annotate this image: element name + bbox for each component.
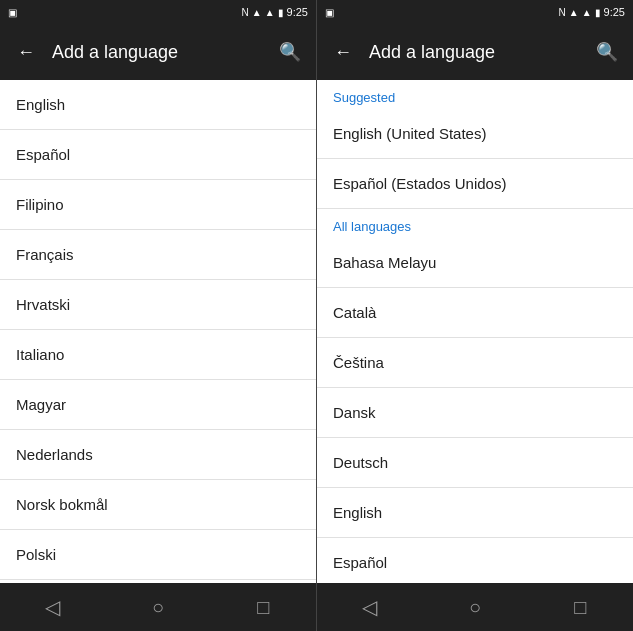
home-nav-right[interactable]: ○ bbox=[451, 583, 499, 631]
all-languages-label: All languages bbox=[317, 209, 633, 238]
wifi-icon: ▲ bbox=[265, 7, 275, 18]
recent-nav-right[interactable]: □ bbox=[556, 583, 604, 631]
status-bar-left: ▣ N ▲ ▲ ▮ 9:25 bbox=[0, 0, 316, 24]
language-text: Català bbox=[333, 304, 376, 321]
signal-icon: ▲ bbox=[252, 7, 262, 18]
nav-bar-right: ◁ ○ □ bbox=[317, 583, 633, 631]
nfc-icon-right: N bbox=[242, 7, 249, 18]
list-item[interactable]: Español bbox=[317, 538, 633, 583]
language-list-left: EnglishEspañolFilipinoFrançaisHrvatskiIt… bbox=[0, 80, 316, 583]
list-item[interactable]: Magyar bbox=[0, 380, 316, 430]
list-item[interactable]: English (United States) bbox=[317, 109, 633, 159]
list-item[interactable]: Hrvatski bbox=[0, 280, 316, 330]
list-item[interactable]: Čeština bbox=[317, 338, 633, 388]
language-text: Filipino bbox=[16, 196, 64, 213]
language-text: Deutsch bbox=[333, 454, 388, 471]
language-text: English (United States) bbox=[333, 125, 486, 142]
language-text: Polski bbox=[16, 546, 56, 563]
language-text: Nederlands bbox=[16, 446, 93, 463]
language-list-right: Suggested English (United States) Españo… bbox=[317, 80, 633, 583]
search-icon-right: 🔍 bbox=[596, 41, 618, 63]
language-text: Français bbox=[16, 246, 74, 263]
list-item[interactable]: Norsk bokmål bbox=[0, 480, 316, 530]
list-item[interactable]: Bahasa Melayu bbox=[317, 238, 633, 288]
back-nav-right[interactable]: ◁ bbox=[346, 583, 394, 631]
list-item[interactable]: Deutsch bbox=[317, 438, 633, 488]
page-title-right: Add a language bbox=[361, 42, 589, 63]
battery-icon-r: ▮ bbox=[595, 7, 601, 18]
list-item[interactable]: Dansk bbox=[317, 388, 633, 438]
list-item[interactable]: Español (Estados Unidos) bbox=[317, 159, 633, 209]
clock-right: 9:25 bbox=[604, 6, 625, 18]
list-item[interactable]: Filipino bbox=[0, 180, 316, 230]
page-title-left: Add a language bbox=[44, 42, 272, 63]
status-bar-right: ▣ N ▲ ▲ ▮ 9:25 bbox=[317, 0, 633, 24]
clock: 9:25 bbox=[287, 6, 308, 18]
left-panel: ▣ N ▲ ▲ ▮ 9:25 ← Add a language 🔍 Englis… bbox=[0, 0, 316, 631]
language-text: Hrvatski bbox=[16, 296, 70, 313]
list-item[interactable]: Polski bbox=[0, 530, 316, 580]
status-bar-right-right-icons: N ▲ ▲ ▮ 9:25 bbox=[559, 6, 625, 18]
language-text: Norsk bokmål bbox=[16, 496, 108, 513]
signal-icon-r: ▲ bbox=[569, 7, 579, 18]
language-text: Español (Estados Unidos) bbox=[333, 175, 506, 192]
nav-bar-left: ◁ ○ □ bbox=[0, 583, 316, 631]
back-icon-left: ← bbox=[17, 42, 35, 63]
nfc-icon-r: ▣ bbox=[325, 7, 334, 18]
language-text: Magyar bbox=[16, 396, 66, 413]
list-item[interactable]: English bbox=[0, 80, 316, 130]
list-item[interactable]: English bbox=[317, 488, 633, 538]
language-text: English bbox=[16, 96, 65, 113]
list-item[interactable]: Italiano bbox=[0, 330, 316, 380]
nfc-icon-r2: N bbox=[559, 7, 566, 18]
wifi-icon-r: ▲ bbox=[582, 7, 592, 18]
search-button-right[interactable]: 🔍 bbox=[589, 34, 625, 70]
list-item[interactable]: Español bbox=[0, 130, 316, 180]
app-bar-left: ← Add a language 🔍 bbox=[0, 24, 316, 80]
language-text: Čeština bbox=[333, 354, 384, 371]
language-text: Español bbox=[16, 146, 70, 163]
list-item[interactable]: Français bbox=[0, 230, 316, 280]
list-item[interactable]: Nederlands bbox=[0, 430, 316, 480]
status-bar-right-icons: N ▲ ▲ ▮ 9:25 bbox=[242, 6, 308, 18]
suggested-label: Suggested bbox=[317, 80, 633, 109]
recent-nav-left[interactable]: □ bbox=[239, 583, 287, 631]
back-icon-right: ← bbox=[334, 42, 352, 63]
app-bar-right: ← Add a language 🔍 bbox=[317, 24, 633, 80]
battery-icon: ▮ bbox=[278, 7, 284, 18]
nfc-icon: ▣ bbox=[8, 7, 17, 18]
language-text: English bbox=[333, 504, 382, 521]
language-text: Dansk bbox=[333, 404, 376, 421]
status-bar-right-left-icons: ▣ bbox=[325, 7, 334, 18]
language-text: Italiano bbox=[16, 346, 64, 363]
search-button-left[interactable]: 🔍 bbox=[272, 34, 308, 70]
home-nav-left[interactable]: ○ bbox=[134, 583, 182, 631]
status-bar-left-icons: ▣ bbox=[8, 7, 17, 18]
back-nav-left[interactable]: ◁ bbox=[29, 583, 77, 631]
list-item[interactable]: Català bbox=[317, 288, 633, 338]
back-button-left[interactable]: ← bbox=[8, 34, 44, 70]
language-text: Bahasa Melayu bbox=[333, 254, 436, 271]
back-button-right[interactable]: ← bbox=[325, 34, 361, 70]
language-text: Español bbox=[333, 554, 387, 571]
right-panel: ▣ N ▲ ▲ ▮ 9:25 ← Add a language 🔍 Sugges… bbox=[317, 0, 633, 631]
search-icon-left: 🔍 bbox=[279, 41, 301, 63]
